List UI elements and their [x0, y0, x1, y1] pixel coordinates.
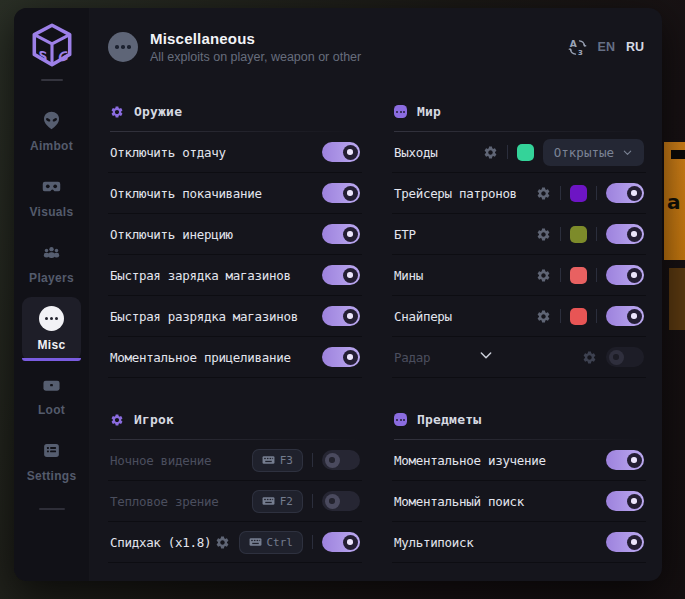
feature-row-no-recoil: Отключить отдачу	[108, 132, 362, 173]
toggle-off[interactable]	[322, 491, 360, 511]
color-swatch[interactable]	[517, 144, 534, 161]
toggle-knob	[343, 535, 358, 550]
control-divider	[596, 186, 597, 200]
sidebar-item-misc[interactable]: Misc	[22, 297, 81, 361]
control-divider	[596, 309, 597, 323]
toggle-knob	[343, 350, 358, 365]
feature-row-tracers: Трейсеры патронов	[392, 173, 646, 214]
toggle-off[interactable]	[322, 450, 360, 470]
cube-logo-icon: S G	[27, 20, 77, 70]
feature-row-radar: Радар	[392, 337, 646, 378]
toggle-on[interactable]	[322, 183, 360, 203]
toggle-off-disabled[interactable]	[606, 347, 644, 367]
gear-icon[interactable]	[483, 145, 498, 160]
feature-label: Мультипоиск	[394, 535, 473, 550]
background-sign: a	[664, 142, 685, 260]
feature-row-snipers: Снайперы	[392, 296, 646, 337]
keyboard-icon	[249, 537, 262, 547]
gear-icon[interactable]	[582, 350, 597, 365]
control-divider	[596, 268, 597, 282]
toggle-on[interactable]	[606, 183, 644, 203]
title-block: Miscellaneous All exploits on player, we…	[150, 30, 361, 64]
toggle-knob	[343, 309, 358, 324]
sidebar-item-settings[interactable]: Settings	[22, 429, 81, 493]
gear-icon	[110, 105, 124, 119]
feature-label: Отключить инерцию	[110, 227, 233, 242]
translate-icon	[568, 38, 587, 57]
gear-icon[interactable]	[215, 535, 230, 550]
toggle-knob	[325, 453, 340, 468]
feature-label: Радар	[394, 350, 430, 365]
feature-label: Быстрая разрядка магазинов	[110, 309, 298, 324]
briefcase-icon	[41, 374, 63, 396]
hotkey-badge[interactable]: F3	[252, 449, 303, 472]
sidebar-item-label: Loot	[38, 403, 65, 417]
feature-row-exits: Выходы Открытые	[392, 132, 646, 173]
gear-icon[interactable]	[536, 268, 551, 283]
lang-ru-button[interactable]: RU	[626, 40, 644, 54]
expand-chevron-down-icon[interactable]	[478, 347, 494, 367]
toggle-on[interactable]	[606, 450, 644, 470]
sidebar-item-visuals[interactable]: Visuals	[22, 165, 81, 229]
toggle-knob	[627, 268, 642, 283]
gear-icon[interactable]	[536, 309, 551, 324]
app-logo: S G	[14, 8, 89, 92]
toggle-on[interactable]	[322, 306, 360, 326]
feature-label: Ночное видение	[110, 453, 211, 468]
color-swatch[interactable]	[570, 226, 587, 243]
toggle-on[interactable]	[606, 265, 644, 285]
lang-en-button[interactable]: EN	[598, 40, 615, 54]
section-header-items: Предметы	[392, 378, 646, 439]
toggle-on[interactable]	[606, 532, 644, 552]
toggle-on[interactable]	[606, 224, 644, 244]
feature-label: Быстрая зарядка магазинов	[110, 268, 291, 283]
color-swatch[interactable]	[570, 185, 587, 202]
toggle-on[interactable]	[322, 347, 360, 367]
right-column: Мир Выходы Открытые	[392, 86, 646, 563]
feature-row-mines: Мины	[392, 255, 646, 296]
section-title: Оружие	[134, 104, 182, 119]
feature-row-instant-ads: Моментальное прицеливание	[108, 337, 362, 378]
sidebar-item-aimbot[interactable]: Aimbot	[22, 99, 81, 163]
sidebar-item-loot[interactable]: Loot	[22, 363, 81, 427]
section-header-weapon: Оружие	[108, 86, 362, 131]
toggle-on[interactable]	[322, 532, 360, 552]
page-title: Miscellaneous	[150, 30, 361, 47]
control-divider	[312, 453, 313, 467]
page-subtitle: All exploits on player, weapon or other	[150, 50, 361, 64]
sidebar: S G Aimbot Visuals Players Misc	[14, 8, 90, 581]
toggle-on[interactable]	[322, 142, 360, 162]
misc-section-icon	[108, 32, 138, 62]
hotkey-label: Ctrl	[267, 536, 294, 549]
hotkey-badge[interactable]: F2	[252, 490, 303, 513]
exits-dropdown[interactable]: Открытые	[543, 139, 644, 166]
toggle-knob	[627, 227, 642, 242]
toggle-knob	[343, 227, 358, 242]
language-switch: EN RU	[568, 38, 644, 57]
toggle-on[interactable]	[606, 491, 644, 511]
players-icon	[41, 242, 63, 264]
toggle-on[interactable]	[606, 306, 644, 326]
page-header: Miscellaneous All exploits on player, we…	[90, 8, 662, 86]
sidebar-item-players[interactable]: Players	[22, 231, 81, 295]
keyboard-icon	[262, 496, 275, 506]
feature-label: Тепловое зрение	[110, 494, 218, 509]
feature-row-multisearch: Мультипоиск	[392, 522, 646, 563]
control-divider	[560, 186, 561, 200]
toggle-knob	[609, 350, 624, 365]
color-swatch[interactable]	[570, 308, 587, 325]
feature-label: Трейсеры патронов	[394, 186, 517, 201]
feature-row-no-inertia: Отключить инерцию	[108, 214, 362, 255]
sidebar-item-label: Misc	[38, 338, 66, 352]
color-swatch[interactable]	[570, 267, 587, 284]
toggle-on[interactable]	[322, 224, 360, 244]
feature-label: БТР	[394, 227, 416, 242]
sidebar-item-label: Visuals	[30, 205, 74, 219]
gear-icon[interactable]	[536, 186, 551, 201]
hotkey-badge[interactable]: Ctrl	[239, 531, 304, 554]
toggle-on[interactable]	[322, 265, 360, 285]
keyboard-icon	[262, 455, 275, 465]
gear-icon[interactable]	[536, 227, 551, 242]
world-section-icon	[394, 105, 407, 118]
feature-row-instant-research: Моментальное изучение	[392, 440, 646, 481]
